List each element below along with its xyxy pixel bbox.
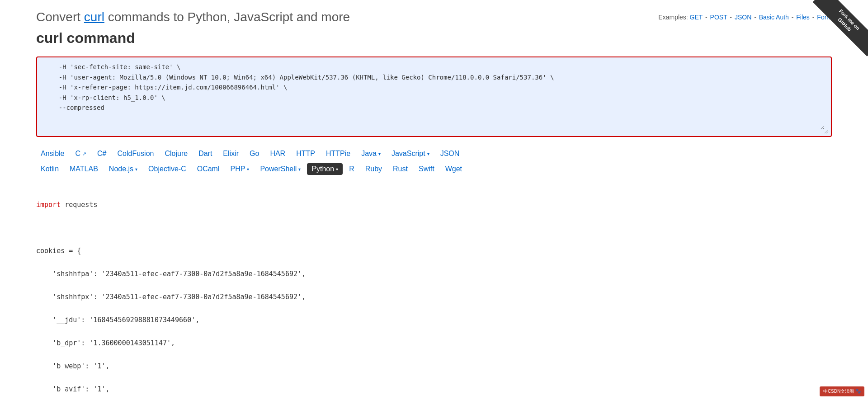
tab-ruby[interactable]: Ruby [361,163,387,175]
tab-coldfusion[interactable]: ColdFusion [113,148,159,160]
tab-dart[interactable]: Dart [194,148,217,160]
tab-ocaml[interactable]: OCaml [193,163,224,175]
tab-har[interactable]: HAR [265,148,290,160]
example-get[interactable]: GET [690,14,703,21]
tab-java[interactable]: Java ▾ [357,148,385,160]
example-post[interactable]: POST [710,14,727,21]
tab-row-1: Ansible C ↗ C# ColdFusion Clojure Dart E… [36,148,832,160]
curl-input-wrapper: -H 'sec-fetch-site: same-site' \ -H 'use… [36,56,832,137]
tab-objectivec[interactable]: Objective-C [144,163,191,175]
tab-javascript[interactable]: JavaScript ▾ [387,148,434,160]
tab-elixir[interactable]: Elixir [218,148,243,160]
tab-matlab[interactable]: MATLAB [65,163,103,175]
title-suffix: commands to Python, JavaScript and more [104,10,350,24]
tab-httppie[interactable]: HTTPie [321,148,355,160]
tab-kotlin[interactable]: Kotlin [36,163,63,175]
language-tabs: Ansible C ↗ C# ColdFusion Clojure Dart E… [36,148,832,179]
tab-go[interactable]: Go [245,148,264,160]
main-container: Convert curl commands to Python, JavaScr… [0,0,868,400]
resize-handle-icon [824,129,829,134]
fork-ribbon-label: Fork me onGitHub [813,0,868,56]
title-prefix: Convert [36,10,84,24]
curl-link[interactable]: curl [84,10,104,24]
tab-swift[interactable]: Swift [414,163,439,175]
tab-ansible[interactable]: Ansible [36,148,69,160]
tab-powershell[interactable]: PowerShell ▾ [255,163,305,175]
tab-python[interactable]: Python ▾ [307,163,343,175]
tab-php[interactable]: PHP ▾ [226,163,254,175]
code-output: import requests cookies = { 'shshhfpa': … [36,188,832,400]
tab-csharp[interactable]: C# [93,148,111,160]
code-line-import: import requests [36,199,832,211]
examples-row: Examples: GET - POST - JSON - Basic Auth… [658,14,832,21]
tab-row-2: Kotlin MATLAB Node.js ▾ Objective-C OCam… [36,163,832,175]
tab-http[interactable]: HTTP [292,148,320,160]
fork-ribbon[interactable]: Fork me onGitHub [809,0,868,59]
examples-label: Examples: [658,14,688,21]
tab-wget[interactable]: Wget [441,163,467,175]
tab-clojure[interactable]: Clojure [160,148,192,160]
section-title: curl command [36,30,135,47]
example-basic-auth[interactable]: Basic Auth [759,14,789,21]
csdn-watermark: 中CSDN文汉阁 🐾 [820,386,864,396]
tab-nodejs[interactable]: Node.js ▾ [104,163,142,175]
curl-textarea[interactable]: -H 'sec-fetch-site: same-site' \ -H 'use… [43,62,825,130]
tab-r[interactable]: R [344,163,359,175]
tab-json[interactable]: JSON [436,148,464,160]
example-files[interactable]: Files [796,14,810,21]
tab-c[interactable]: C ↗ [71,148,91,160]
example-json[interactable]: JSON [735,14,751,21]
tab-rust[interactable]: Rust [388,163,412,175]
